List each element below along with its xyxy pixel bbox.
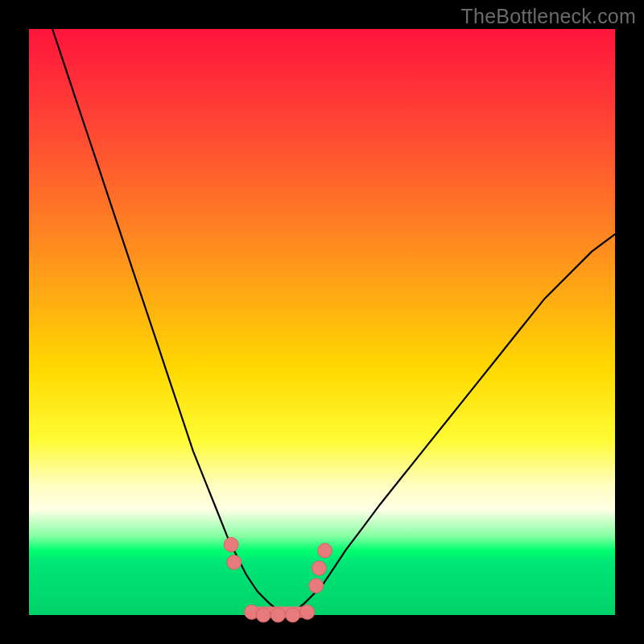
sample-marker: [286, 608, 300, 622]
sample-marker: [318, 543, 332, 558]
sample-marker: [270, 608, 285, 622]
sample-marker: [309, 579, 324, 593]
curve-right-arm: [287, 234, 615, 614]
sample-marker: [312, 561, 326, 576]
sample-marker: [224, 538, 238, 552]
sample-marker: [227, 555, 242, 570]
sample-marker: [300, 605, 315, 619]
sample-markers: [224, 538, 332, 622]
watermark-text: TheBottleneck.com: [461, 5, 636, 28]
chart-svg: [29, 29, 615, 615]
curve-left-arm: [52, 29, 287, 614]
chart-frame: TheBottleneck.com: [0, 0, 644, 644]
sample-marker: [256, 608, 270, 622]
